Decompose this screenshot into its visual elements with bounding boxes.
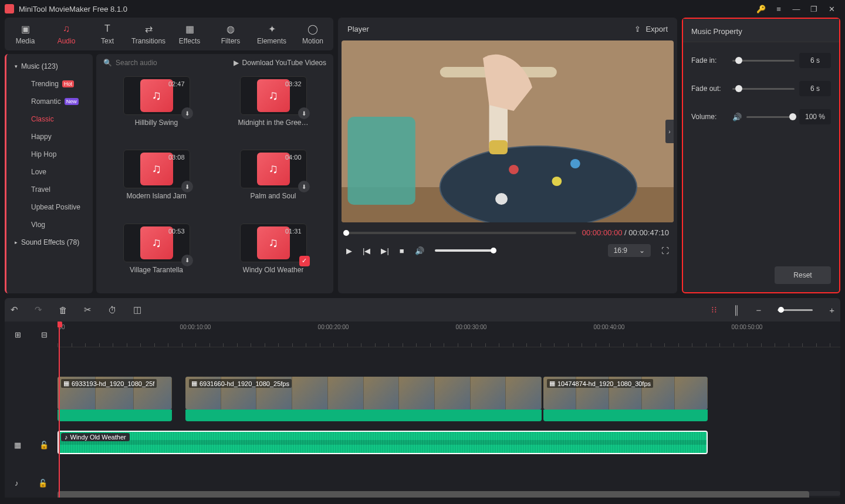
category-sfx[interactable]: ▸Sound Effects (78): [6, 234, 93, 251]
media-duration: 01:31: [285, 228, 302, 235]
property-label: Fade in:: [691, 56, 728, 65]
cat-trending[interactable]: TrendingHot: [6, 75, 93, 93]
download-icon[interactable]: ⬇: [181, 255, 193, 266]
music-note-icon: ♪: [65, 434, 68, 441]
video-clip[interactable]: ▦6931660-hd_1920_1080_25fps: [185, 377, 542, 410]
player-title: Player: [347, 25, 369, 33]
lock-icon[interactable]: 🔓: [38, 479, 48, 488]
tab-elements[interactable]: ✦Elements: [251, 18, 292, 50]
cat-vlog[interactable]: Vlog: [6, 216, 93, 234]
property-slider[interactable]: [732, 60, 795, 62]
media-name: Midnight in the Gree…: [238, 119, 308, 127]
tab-text[interactable]: TText: [87, 18, 128, 50]
chevron-down-icon: ⌄: [639, 246, 645, 255]
search-input[interactable]: 🔍Search audio: [103, 59, 157, 67]
export-button[interactable]: ⇪Export: [634, 25, 668, 33]
reset-button[interactable]: Reset: [775, 266, 831, 284]
app-title: MiniTool MovieMaker Free 8.1.0: [19, 5, 127, 13]
tab-transitions[interactable]: ⇄Transitions: [128, 18, 169, 50]
music-note-icon: ♫: [60, 23, 72, 35]
horizontal-scrollbar[interactable]: [58, 491, 840, 496]
clip-name: 6933193-hd_1920_1080_25f: [72, 380, 154, 387]
preview-area[interactable]: ›: [342, 40, 674, 222]
media-item[interactable]: ♫ 03:08 ⬇ Modern Island Jam: [103, 150, 209, 215]
audio-clip[interactable]: ♪Windy Old Weather: [58, 431, 708, 454]
zoom-out-button[interactable]: −: [756, 305, 761, 315]
cat-hiphop[interactable]: Hip Hop: [6, 146, 93, 163]
license-key-icon[interactable]: 🔑: [752, 0, 770, 18]
search-icon: 🔍: [103, 59, 112, 67]
collapse-tracks-button[interactable]: ⊟: [41, 330, 48, 339]
audio-track[interactable]: ♪Windy Old Weather: [58, 431, 840, 454]
add-track-button[interactable]: ⊞: [15, 330, 21, 339]
volume-slider[interactable]: [435, 249, 494, 252]
stop-button[interactable]: ■: [400, 246, 404, 255]
minimize-icon[interactable]: —: [787, 0, 805, 18]
media-item[interactable]: ♫ 01:31 ✓ Windy Old Weather: [220, 224, 326, 289]
cat-happy[interactable]: Happy: [6, 128, 93, 146]
category-music[interactable]: ▾Music (123): [6, 57, 93, 75]
property-value[interactable]: 6 s: [799, 81, 831, 96]
aspect-ratio-select[interactable]: 16:9⌄: [608, 244, 651, 257]
maximize-icon[interactable]: ❐: [805, 0, 823, 18]
cat-romantic[interactable]: RomanticNew: [6, 93, 93, 110]
property-slider[interactable]: [732, 88, 795, 90]
video-clip[interactable]: ▦10474874-hd_1920_1080_30fps: [543, 377, 708, 410]
scrub-bar[interactable]: [346, 232, 576, 234]
media-item[interactable]: ♫ 02:47 ⬇ Hillbilly Swing: [103, 76, 209, 141]
svg-point-7: [495, 193, 508, 205]
cat-classic[interactable]: Classic: [6, 110, 93, 128]
audio-clip-name: Windy Old Weather: [70, 434, 126, 441]
lock-icon[interactable]: 🔓: [39, 441, 49, 449]
filters-icon: ◍: [225, 23, 236, 35]
property-value[interactable]: 6 s: [799, 53, 831, 68]
tab-effects[interactable]: ▦Effects: [169, 18, 210, 50]
cat-travel[interactable]: Travel: [6, 181, 93, 198]
volume-icon[interactable]: 🔊: [732, 113, 742, 121]
play-button[interactable]: ▶: [346, 246, 352, 255]
media-item[interactable]: ♫ 03:32 ⬇ Midnight in the Gree…: [220, 76, 326, 141]
undo-button[interactable]: ↶: [11, 305, 18, 315]
zoom-slider[interactable]: [778, 309, 813, 311]
property-value[interactable]: 100 %: [799, 109, 831, 124]
cat-upbeat[interactable]: Upbeat Positive: [6, 198, 93, 216]
tab-motion[interactable]: ◯Motion: [292, 18, 333, 50]
speed-button[interactable]: ⏱: [108, 305, 117, 315]
property-slider[interactable]: [746, 116, 795, 118]
crop-button[interactable]: ◫: [133, 305, 141, 315]
markers-button[interactable]: ║: [734, 305, 740, 315]
cat-love[interactable]: Love: [6, 163, 93, 181]
delete-button[interactable]: 🗑: [59, 305, 67, 315]
download-icon[interactable]: ⬇: [298, 181, 310, 192]
time-ruler[interactable]: 00:0000:00:10:0000:00:20:0000:00:30:0000…: [58, 322, 840, 347]
split-button[interactable]: ✂: [84, 305, 92, 315]
prev-button[interactable]: |◀: [363, 246, 370, 255]
media-item[interactable]: ♫ 04:00 ⬇ Palm and Soul: [220, 150, 326, 215]
download-icon[interactable]: ⬇: [181, 181, 193, 192]
tab-media[interactable]: ▣Media: [5, 18, 46, 50]
download-icon[interactable]: ⬇: [181, 107, 193, 119]
effects-icon: ▦: [184, 23, 195, 35]
video-clip[interactable]: ▦6933193-hd_1920_1080_25f: [58, 377, 172, 410]
svg-point-5: [552, 177, 562, 186]
tab-audio[interactable]: ♫Audio: [46, 18, 87, 50]
playhead[interactable]: [59, 322, 60, 498]
hot-badge: Hot: [62, 80, 74, 87]
magnet-button[interactable]: ⁝⁝: [711, 305, 717, 315]
media-item[interactable]: ♫ 00:53 ⬇ Village Tarantella: [103, 224, 209, 289]
redo-button[interactable]: ↷: [35, 305, 42, 315]
clip-audio-bar: [58, 410, 172, 421]
download-youtube-button[interactable]: ▶Download YouTube Videos: [234, 59, 326, 67]
download-icon[interactable]: ⬇: [298, 107, 310, 119]
zoom-in-button[interactable]: +: [829, 305, 834, 315]
fullscreen-button[interactable]: ⛶: [661, 246, 669, 255]
video-track[interactable]: ▦6933193-hd_1920_1080_25f ▦6931660-hd_19…: [58, 377, 840, 422]
expand-chevron-icon[interactable]: ›: [665, 120, 674, 143]
media-name: Palm and Soul: [250, 192, 296, 200]
next-button[interactable]: ▶|: [381, 246, 388, 255]
media-name: Modern Island Jam: [126, 192, 186, 200]
volume-icon[interactable]: 🔊: [415, 246, 424, 255]
tab-filters[interactable]: ◍Filters: [210, 18, 251, 50]
close-icon[interactable]: ✕: [823, 0, 840, 18]
menu-icon[interactable]: ≡: [770, 0, 787, 18]
